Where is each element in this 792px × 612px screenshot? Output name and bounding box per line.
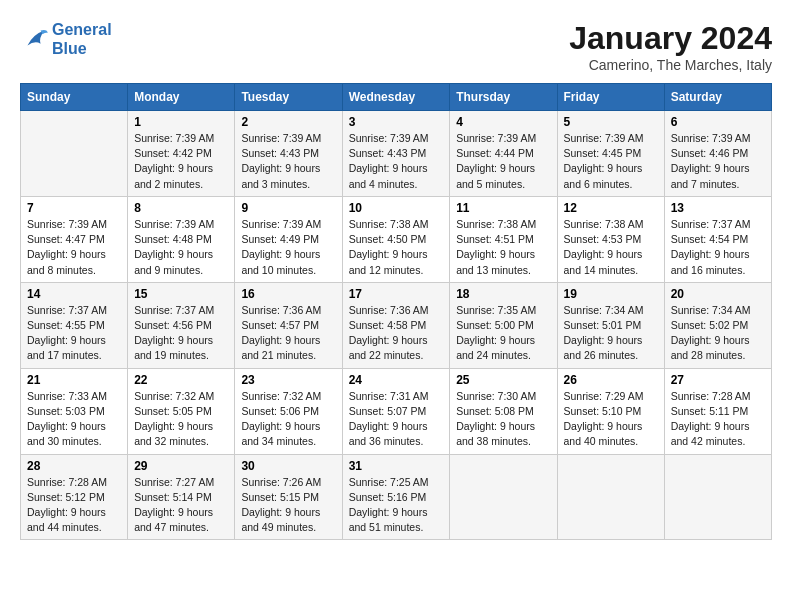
day-number: 20 bbox=[671, 287, 765, 301]
week-row-1: 1Sunrise: 7:39 AMSunset: 4:42 PMDaylight… bbox=[21, 111, 772, 197]
day-info: Sunrise: 7:36 AMSunset: 4:58 PMDaylight:… bbox=[349, 303, 444, 364]
calendar-cell bbox=[664, 454, 771, 540]
calendar-cell: 15Sunrise: 7:37 AMSunset: 4:56 PMDayligh… bbox=[128, 282, 235, 368]
day-number: 25 bbox=[456, 373, 550, 387]
day-info: Sunrise: 7:25 AMSunset: 5:16 PMDaylight:… bbox=[349, 475, 444, 536]
calendar-cell: 7Sunrise: 7:39 AMSunset: 4:47 PMDaylight… bbox=[21, 196, 128, 282]
calendar-cell: 27Sunrise: 7:28 AMSunset: 5:11 PMDayligh… bbox=[664, 368, 771, 454]
logo-icon bbox=[20, 25, 48, 53]
day-info: Sunrise: 7:39 AMSunset: 4:43 PMDaylight:… bbox=[349, 131, 444, 192]
day-number: 27 bbox=[671, 373, 765, 387]
day-info: Sunrise: 7:35 AMSunset: 5:00 PMDaylight:… bbox=[456, 303, 550, 364]
calendar-cell bbox=[557, 454, 664, 540]
location: Camerino, The Marches, Italy bbox=[569, 57, 772, 73]
calendar-cell bbox=[21, 111, 128, 197]
day-info: Sunrise: 7:32 AMSunset: 5:05 PMDaylight:… bbox=[134, 389, 228, 450]
weekday-header-thursday: Thursday bbox=[450, 84, 557, 111]
day-number: 28 bbox=[27, 459, 121, 473]
day-number: 4 bbox=[456, 115, 550, 129]
day-number: 7 bbox=[27, 201, 121, 215]
day-number: 6 bbox=[671, 115, 765, 129]
day-info: Sunrise: 7:34 AMSunset: 5:02 PMDaylight:… bbox=[671, 303, 765, 364]
calendar-table: SundayMondayTuesdayWednesdayThursdayFrid… bbox=[20, 83, 772, 540]
day-info: Sunrise: 7:26 AMSunset: 5:15 PMDaylight:… bbox=[241, 475, 335, 536]
calendar-cell: 1Sunrise: 7:39 AMSunset: 4:42 PMDaylight… bbox=[128, 111, 235, 197]
calendar-cell: 28Sunrise: 7:28 AMSunset: 5:12 PMDayligh… bbox=[21, 454, 128, 540]
calendar-cell: 10Sunrise: 7:38 AMSunset: 4:50 PMDayligh… bbox=[342, 196, 450, 282]
calendar-cell: 18Sunrise: 7:35 AMSunset: 5:00 PMDayligh… bbox=[450, 282, 557, 368]
day-number: 29 bbox=[134, 459, 228, 473]
title-block: January 2024 Camerino, The Marches, Ital… bbox=[569, 20, 772, 73]
weekday-header-monday: Monday bbox=[128, 84, 235, 111]
day-info: Sunrise: 7:28 AMSunset: 5:11 PMDaylight:… bbox=[671, 389, 765, 450]
day-info: Sunrise: 7:34 AMSunset: 5:01 PMDaylight:… bbox=[564, 303, 658, 364]
day-info: Sunrise: 7:38 AMSunset: 4:50 PMDaylight:… bbox=[349, 217, 444, 278]
weekday-header-sunday: Sunday bbox=[21, 84, 128, 111]
day-info: Sunrise: 7:39 AMSunset: 4:47 PMDaylight:… bbox=[27, 217, 121, 278]
weekday-header-saturday: Saturday bbox=[664, 84, 771, 111]
day-info: Sunrise: 7:38 AMSunset: 4:51 PMDaylight:… bbox=[456, 217, 550, 278]
calendar-cell: 16Sunrise: 7:36 AMSunset: 4:57 PMDayligh… bbox=[235, 282, 342, 368]
day-info: Sunrise: 7:39 AMSunset: 4:46 PMDaylight:… bbox=[671, 131, 765, 192]
calendar-cell: 2Sunrise: 7:39 AMSunset: 4:43 PMDaylight… bbox=[235, 111, 342, 197]
calendar-cell: 4Sunrise: 7:39 AMSunset: 4:44 PMDaylight… bbox=[450, 111, 557, 197]
logo: General Blue bbox=[20, 20, 112, 58]
month-title: January 2024 bbox=[569, 20, 772, 57]
week-row-2: 7Sunrise: 7:39 AMSunset: 4:47 PMDaylight… bbox=[21, 196, 772, 282]
calendar-cell: 29Sunrise: 7:27 AMSunset: 5:14 PMDayligh… bbox=[128, 454, 235, 540]
day-number: 22 bbox=[134, 373, 228, 387]
calendar-cell: 9Sunrise: 7:39 AMSunset: 4:49 PMDaylight… bbox=[235, 196, 342, 282]
calendar-cell: 6Sunrise: 7:39 AMSunset: 4:46 PMDaylight… bbox=[664, 111, 771, 197]
weekday-header-wednesday: Wednesday bbox=[342, 84, 450, 111]
calendar-cell: 23Sunrise: 7:32 AMSunset: 5:06 PMDayligh… bbox=[235, 368, 342, 454]
page-header: General Blue January 2024 Camerino, The … bbox=[20, 20, 772, 73]
day-number: 15 bbox=[134, 287, 228, 301]
calendar-cell: 13Sunrise: 7:37 AMSunset: 4:54 PMDayligh… bbox=[664, 196, 771, 282]
day-info: Sunrise: 7:39 AMSunset: 4:45 PMDaylight:… bbox=[564, 131, 658, 192]
calendar-cell: 21Sunrise: 7:33 AMSunset: 5:03 PMDayligh… bbox=[21, 368, 128, 454]
day-number: 24 bbox=[349, 373, 444, 387]
calendar-cell bbox=[450, 454, 557, 540]
week-row-3: 14Sunrise: 7:37 AMSunset: 4:55 PMDayligh… bbox=[21, 282, 772, 368]
calendar-cell: 26Sunrise: 7:29 AMSunset: 5:10 PMDayligh… bbox=[557, 368, 664, 454]
calendar-cell: 5Sunrise: 7:39 AMSunset: 4:45 PMDaylight… bbox=[557, 111, 664, 197]
weekday-header-tuesday: Tuesday bbox=[235, 84, 342, 111]
calendar-cell: 11Sunrise: 7:38 AMSunset: 4:51 PMDayligh… bbox=[450, 196, 557, 282]
day-info: Sunrise: 7:28 AMSunset: 5:12 PMDaylight:… bbox=[27, 475, 121, 536]
day-info: Sunrise: 7:37 AMSunset: 4:55 PMDaylight:… bbox=[27, 303, 121, 364]
day-number: 23 bbox=[241, 373, 335, 387]
day-number: 12 bbox=[564, 201, 658, 215]
day-number: 18 bbox=[456, 287, 550, 301]
day-info: Sunrise: 7:39 AMSunset: 4:48 PMDaylight:… bbox=[134, 217, 228, 278]
calendar-cell: 8Sunrise: 7:39 AMSunset: 4:48 PMDaylight… bbox=[128, 196, 235, 282]
day-number: 16 bbox=[241, 287, 335, 301]
calendar-cell: 31Sunrise: 7:25 AMSunset: 5:16 PMDayligh… bbox=[342, 454, 450, 540]
day-info: Sunrise: 7:33 AMSunset: 5:03 PMDaylight:… bbox=[27, 389, 121, 450]
day-number: 10 bbox=[349, 201, 444, 215]
calendar-cell: 25Sunrise: 7:30 AMSunset: 5:08 PMDayligh… bbox=[450, 368, 557, 454]
weekday-header-row: SundayMondayTuesdayWednesdayThursdayFrid… bbox=[21, 84, 772, 111]
weekday-header-friday: Friday bbox=[557, 84, 664, 111]
day-number: 3 bbox=[349, 115, 444, 129]
day-number: 5 bbox=[564, 115, 658, 129]
day-info: Sunrise: 7:29 AMSunset: 5:10 PMDaylight:… bbox=[564, 389, 658, 450]
day-number: 30 bbox=[241, 459, 335, 473]
week-row-4: 21Sunrise: 7:33 AMSunset: 5:03 PMDayligh… bbox=[21, 368, 772, 454]
day-info: Sunrise: 7:37 AMSunset: 4:56 PMDaylight:… bbox=[134, 303, 228, 364]
calendar-cell: 12Sunrise: 7:38 AMSunset: 4:53 PMDayligh… bbox=[557, 196, 664, 282]
day-info: Sunrise: 7:39 AMSunset: 4:43 PMDaylight:… bbox=[241, 131, 335, 192]
day-info: Sunrise: 7:39 AMSunset: 4:49 PMDaylight:… bbox=[241, 217, 335, 278]
calendar-cell: 17Sunrise: 7:36 AMSunset: 4:58 PMDayligh… bbox=[342, 282, 450, 368]
day-info: Sunrise: 7:38 AMSunset: 4:53 PMDaylight:… bbox=[564, 217, 658, 278]
calendar-cell: 3Sunrise: 7:39 AMSunset: 4:43 PMDaylight… bbox=[342, 111, 450, 197]
day-number: 2 bbox=[241, 115, 335, 129]
day-number: 8 bbox=[134, 201, 228, 215]
day-number: 26 bbox=[564, 373, 658, 387]
day-info: Sunrise: 7:32 AMSunset: 5:06 PMDaylight:… bbox=[241, 389, 335, 450]
week-row-5: 28Sunrise: 7:28 AMSunset: 5:12 PMDayligh… bbox=[21, 454, 772, 540]
day-number: 19 bbox=[564, 287, 658, 301]
day-info: Sunrise: 7:31 AMSunset: 5:07 PMDaylight:… bbox=[349, 389, 444, 450]
day-number: 17 bbox=[349, 287, 444, 301]
day-info: Sunrise: 7:36 AMSunset: 4:57 PMDaylight:… bbox=[241, 303, 335, 364]
calendar-cell: 22Sunrise: 7:32 AMSunset: 5:05 PMDayligh… bbox=[128, 368, 235, 454]
